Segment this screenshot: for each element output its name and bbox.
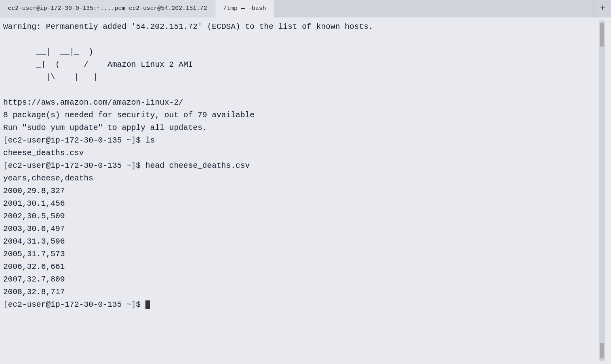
line-1: Warning: Permanently added '54.202.151.7… [3,21,599,33]
line-csv-2007: 2007,32.7,809 [3,273,599,286]
terminal-content[interactable]: Warning: Permanently added '54.202.151.7… [0,17,611,364]
line-blank-1 [3,33,599,46]
line-ls-output: cheese_deaths.csv [3,147,599,159]
scrollbar-thumb-top[interactable] [600,23,604,47]
line-csv-2006: 2006,32.6,661 [3,261,599,273]
line-ascii-2: _| ( / Amazon Linux 2 AMI [3,58,599,71]
plus-icon: + [600,4,605,13]
line-csv-2002: 2002,30.5,509 [3,210,599,223]
tab-bar: ec2-user@ip-172-30-0-135:~....pem ec2-us… [0,0,611,17]
line-ascii-1: __| __|_ ) [3,46,599,58]
tab-ec2-ssh-label: ec2-user@ip-172-30-0-135:~....pem ec2-us… [8,5,207,12]
new-tab-button[interactable]: + [594,0,611,17]
scrollbar[interactable] [599,21,605,361]
line-blank-2 [3,84,599,96]
line-update: Run "sudo yum update" to apply all updat… [3,122,599,134]
line-packages: 8 package(s) needed for security, out of… [3,109,599,122]
scrollbar-thumb-bottom[interactable] [600,343,604,358]
line-csv-2000: 2000,29.8,327 [3,185,599,197]
line-csv-2001: 2001,30.1,456 [3,197,599,210]
line-csv-header: years,cheese,deaths [3,172,599,185]
line-head-cmd: [ec2-user@ip-172-30-0-135 ~]$ head chees… [3,159,599,172]
line-csv-2004: 2004,31.3,596 [3,235,599,248]
terminal-window: ec2-user@ip-172-30-0-135:~....pem ec2-us… [0,0,611,364]
line-url: https://aws.amazon.com/amazon-linux-2/ [3,96,599,109]
cursor [145,300,150,309]
tab-spacer [274,0,594,17]
line-csv-2003: 2003,30.6,497 [3,223,599,235]
tab-tmp-bash-label: /tmp — -bash [223,5,266,12]
tab-ec2-ssh[interactable]: ec2-user@ip-172-30-0-135:~....pem ec2-us… [0,0,215,17]
line-ascii-3: ___|\____|___| [3,71,599,84]
line-prompt: [ec2-user@ip-172-30-0-135 ~]$ [3,298,599,311]
line-csv-2005: 2005,31.7,573 [3,248,599,261]
line-csv-2008: 2008,32.8,717 [3,286,599,298]
terminal-text-area: Warning: Permanently added '54.202.151.7… [3,21,599,361]
tab-tmp-bash[interactable]: /tmp — -bash [215,0,274,17]
line-ls-cmd: [ec2-user@ip-172-30-0-135 ~]$ ls [3,134,599,147]
